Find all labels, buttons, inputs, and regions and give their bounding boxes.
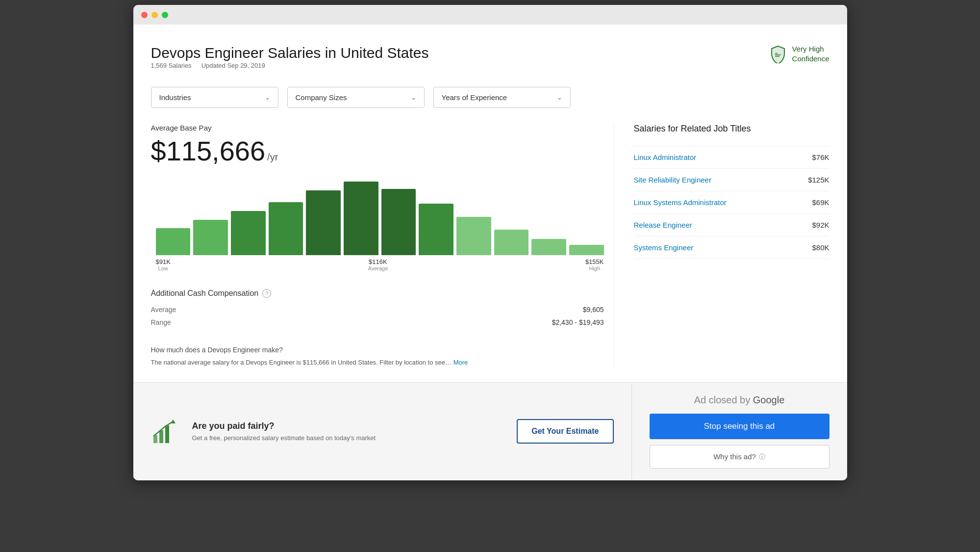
bar-6: [344, 182, 378, 255]
bar-9: [456, 217, 491, 255]
hist-high: $155K High: [585, 258, 604, 271]
svg-rect-2: [775, 56, 779, 57]
confidence-text: Very HighConfidence: [792, 44, 829, 63]
desc-text: The national average salary for a Devops…: [151, 358, 604, 368]
bar-4: [269, 202, 303, 255]
histogram: $91K Low $116K Average $155K High: [156, 182, 604, 271]
svg-rect-1: [775, 54, 781, 55]
hist-low-amount: $91K: [156, 258, 171, 265]
hist-avg-desc: Average: [368, 265, 388, 271]
related-job-systems-eng-link[interactable]: Systems Engineer: [634, 243, 694, 252]
ad-icon-wrap: [151, 417, 180, 446]
bar-3: [231, 211, 266, 255]
salary-chart-icon: [151, 417, 180, 446]
maximize-dot[interactable]: [162, 12, 168, 18]
histogram-labels: $91K Low $116K Average $155K High: [156, 258, 604, 271]
get-estimate-button[interactable]: Get Your Estimate: [517, 419, 613, 444]
updated-date: Updated Sep 29, 2019: [201, 62, 265, 69]
related-title: Salaries for Related Job Titles: [634, 124, 829, 134]
cash-comp-label: Additional Cash Compensation: [151, 289, 259, 298]
google-brand: Google: [753, 394, 785, 405]
salaries-count: 1,569 Salaries: [151, 62, 192, 69]
header-row: Devops Engineer Salaries in United State…: [151, 44, 829, 81]
comp-range-label: Range: [151, 318, 171, 326]
related-item-release-eng: Release Engineer $92K: [634, 214, 829, 237]
salary-ad-banner: Are you paid fairly? Get a free, persona…: [133, 383, 631, 480]
google-ad-header: Ad closed by Google: [650, 394, 829, 406]
experience-chevron: ⌄: [557, 94, 562, 101]
comp-average-row: Average $9,605: [151, 306, 604, 314]
desc-question: How much does a Devops Engineer make?: [151, 346, 604, 354]
svg-rect-4: [159, 430, 163, 443]
hist-avg-amount: $116K: [368, 258, 388, 265]
related-item-systems-eng: Systems Engineer $80K: [634, 237, 829, 259]
ad-headline: Are you paid fairly?: [192, 421, 505, 431]
hist-low: $91K Low: [156, 258, 171, 271]
related-job-linux-sysadmin-salary: $69K: [812, 198, 829, 207]
comp-range-value: $2,430 - $19,493: [552, 318, 604, 326]
related-job-linux-admin-link[interactable]: Linux Administrator: [634, 153, 697, 161]
company-chevron: ⌄: [411, 94, 416, 101]
experience-dropdown[interactable]: Years of Experience ⌄: [433, 87, 571, 108]
hist-high-desc: High: [585, 265, 604, 271]
ad-sub: Get a free, personalized salary estimate…: [192, 434, 505, 442]
why-this-ad-button[interactable]: Why this ad? ⓘ: [650, 445, 829, 469]
industries-label: Industries: [159, 93, 191, 102]
hist-low-desc: Low: [156, 265, 171, 271]
related-item-linux-admin: Linux Administrator $76K: [634, 146, 829, 169]
industries-chevron: ⌄: [265, 94, 270, 101]
comp-range-row: Range $2,430 - $19,493: [151, 318, 604, 326]
titlebar: [133, 5, 847, 25]
page-title-wrap: Devops Engineer Salaries in United State…: [151, 44, 429, 81]
hist-avg: $116K Average: [368, 258, 388, 271]
related-job-sre-link[interactable]: Site Reliability Engineer: [634, 176, 711, 184]
company-sizes-dropdown[interactable]: Company Sizes ⌄: [287, 87, 425, 108]
ad-text-wrap: Are you paid fairly? Get a free, persona…: [192, 421, 505, 442]
google-ad-panel: Ad closed by Google Stop seeing this ad …: [631, 383, 847, 480]
hist-high-amount: $155K: [585, 258, 604, 265]
close-dot[interactable]: [141, 12, 148, 18]
svg-rect-5: [165, 425, 169, 443]
cash-compensation: Additional Cash Compensation ? Average $…: [151, 289, 604, 326]
filters-row: Industries ⌄ Company Sizes ⌄ Years of Ex…: [151, 87, 829, 108]
right-panel: Salaries for Related Job Titles Linux Ad…: [614, 124, 829, 368]
related-job-sre-salary: $125K: [808, 176, 829, 184]
page-title: Devops Engineer Salaries in United State…: [151, 44, 429, 62]
confidence-badge: Very HighConfidence: [769, 44, 829, 63]
minimize-dot[interactable]: [151, 12, 158, 18]
company-sizes-label: Company Sizes: [296, 93, 347, 102]
bar-12: [569, 245, 604, 255]
related-jobs-list: Linux Administrator $76K Site Reliabilit…: [634, 146, 829, 259]
related-job-systems-eng-salary: $80K: [812, 243, 829, 252]
bar-7: [381, 189, 416, 255]
stop-seeing-ad-button[interactable]: Stop seeing this ad: [650, 414, 829, 439]
comp-average-label: Average: [151, 306, 176, 314]
bar-10: [494, 230, 529, 256]
bottom-area: Are you paid fairly? Get a free, persona…: [133, 382, 847, 480]
related-job-linux-sysadmin-link[interactable]: Linux Systems Administrator: [634, 198, 727, 207]
industries-dropdown[interactable]: Industries ⌄: [151, 87, 278, 108]
cash-comp-title: Additional Cash Compensation ?: [151, 289, 604, 298]
more-link[interactable]: More: [453, 359, 468, 366]
info-icon: ⓘ: [759, 452, 765, 461]
related-job-release-eng-salary: $92K: [812, 221, 829, 229]
histogram-bars: [156, 182, 604, 255]
left-panel: Average Base Pay $115,666 /yr: [151, 124, 604, 368]
salary-unit: /yr: [267, 152, 278, 163]
comp-average-value: $9,605: [583, 306, 604, 314]
related-job-linux-admin-salary: $76K: [812, 153, 829, 161]
main-content: Devops Engineer Salaries in United State…: [133, 25, 847, 368]
bar-2: [193, 220, 228, 255]
related-job-release-eng-link[interactable]: Release Engineer: [634, 221, 692, 229]
browser-window: Devops Engineer Salaries in United State…: [133, 5, 847, 480]
related-item-sre: Site Reliability Engineer $125K: [634, 169, 829, 191]
salary-number: $115,666: [151, 135, 266, 167]
help-icon[interactable]: ?: [262, 289, 271, 298]
ad-closed-text: Ad closed by: [694, 394, 753, 405]
bar-11: [531, 239, 566, 255]
meta-row: 1,569 Salaries Updated Sep 29, 2019: [151, 62, 429, 69]
avg-base-pay-label: Average Base Pay: [151, 124, 604, 132]
why-ad-label: Why this ad?: [713, 452, 756, 461]
svg-rect-0: [775, 53, 778, 54]
main-section: Average Base Pay $115,666 /yr: [151, 124, 829, 368]
